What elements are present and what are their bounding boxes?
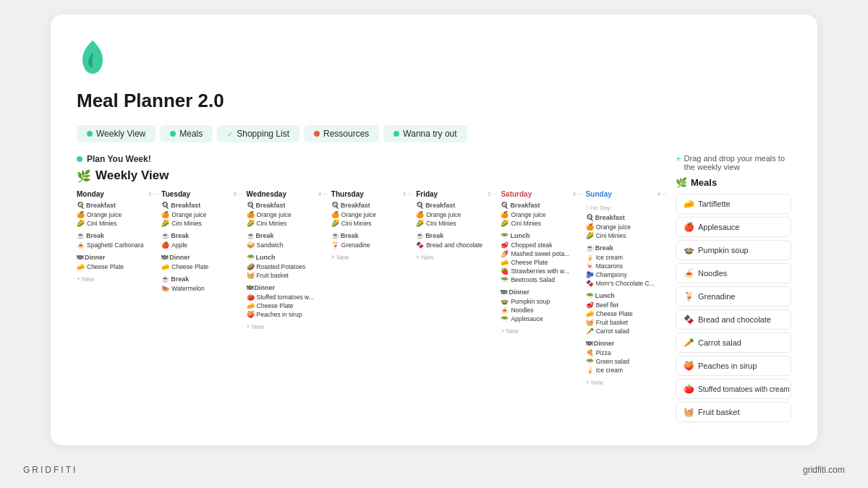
tab-weekly-label: Weekly View [96,129,145,139]
meal-label: 🍽 Dinner [586,340,667,347]
tab-wanna[interactable]: Wanna try out [383,125,467,142]
meal-label: 🍽 Dinner [247,284,328,291]
meal-group: 🍳 Breakfast 🍊Orange juice 🌽Cini Minies [77,202,158,228]
tab-meals-dot [170,131,176,137]
tab-meals[interactable]: Meals [160,125,213,142]
list-item[interactable]: 🍎 Applesauce [676,217,791,237]
meal-item: 🌽Cini Minies [586,231,667,240]
list-item[interactable]: 🍲 Pumpkin soup [676,240,791,260]
meal-item: 🥗Green salad [586,357,667,366]
list-item[interactable]: 🍝 Noodles [676,263,791,283]
list-item[interactable]: 🧺 Fruit basket [676,402,791,422]
meal-list-text: Fruit basket [698,408,739,416]
weekly-icon: 🌿 [77,169,91,183]
main-card: Meal Planner 2.0 Weekly View Meals ✓ Sho… [51,14,817,445]
day-name-monday: Monday [77,190,104,198]
new-btn-thursday[interactable]: + New [331,254,412,261]
logo [77,38,791,90]
meal-group: 🥗 Lunch 🥩Beef flet 🧀Cheese Plate 🧺Fruit … [586,292,667,335]
meal-list-text: Peaches in sirup [698,361,757,370]
meal-item: 🍎Apple [161,241,242,249]
list-item[interactable]: 🧀 Tartiflette [676,194,791,214]
meal-list-text: Tartiflette [698,200,731,208]
meal-group: ☕ Break 🍉Watermelon [161,275,242,293]
meal-label: 🍳 Breakfast [501,202,582,209]
meal-group: ☕ Break 🍫Bread and chocolate [416,232,497,249]
new-btn-saturday[interactable]: + New [501,328,582,335]
hidden-col: □ No Day [586,202,667,214]
meal-list-emoji: 🧀 [684,199,694,209]
tab-resources[interactable]: Ressources [304,125,379,142]
meal-item: 🌽Cini Minies [331,219,412,228]
day-header-wednesday: Wednesday 4 ··· [247,190,328,198]
list-item[interactable]: 🥕 Carrot salad [676,333,791,353]
meal-item: 🧀Cheese Plate [586,309,667,318]
sidebar-drag-text: + Drag and drop your meals to the weekly… [676,154,791,171]
meal-item: 🧀Cheese Plate [161,262,242,271]
day-header-right-monday: 2 ··· [148,191,158,197]
meal-list-emoji: 🧺 [684,407,694,417]
meal-item: 🍑Peaches in sirup [247,310,328,319]
new-btn-sunday[interactable]: + New [586,379,667,386]
day-col-wednesday: Wednesday 4 ··· 🍳 Breakfast 🍊Orange juic… [247,190,328,386]
meal-list-text: Stuffed tomatoes with cream che... [698,385,791,393]
new-btn-wednesday[interactable]: + New [247,323,328,330]
meal-item: 🍝Spaghetti Carbonara [77,241,158,249]
tab-wanna-dot [393,131,399,137]
meal-list-text: Pumpkin soup [698,246,749,254]
meal-group: ☕ Break 🍹Grenadine [331,232,412,249]
meal-item: 🌽Cini Minies [77,219,158,228]
new-btn-monday[interactable]: + New [77,275,158,283]
meal-list-emoji: 🍑 [684,361,694,371]
new-btn-friday[interactable]: + New [416,254,497,261]
list-item[interactable]: 🍫 Bread and chocolate [676,309,791,330]
meal-item: 🧺Fruit basket [247,271,328,280]
day-header-sunday: Sunday 4 ··· [586,190,667,198]
meal-item: 🥪Sandwich [247,241,328,249]
meal-item: 🍉Watermelon [161,284,242,293]
meals-title-emoji: 🌿 [676,177,687,188]
day-col-monday: Monday 2 ··· 🍳 Breakfast 🍊Orange j [77,190,158,386]
meal-group: 🥗 Lunch 🥩Chopped steak 🍠Mashed sweet pot… [501,232,582,284]
meal-group: 🥗 Lunch 🥔Roasted Potatoes 🧺Fruit basket [247,254,328,280]
meal-list-text: Applesauce [698,223,740,231]
day-header-thursday: Thursday 1 ··· [331,190,412,198]
app-title: Meal Planner 2.0 [77,90,791,112]
day-col-thursday: Thursday 1 ··· 🍳 Breakfast 🍊Orange juice… [331,190,412,386]
weekly-view-title: 🌿 Weekly View [77,168,667,183]
meal-list-emoji: 🍝 [684,268,694,278]
tab-weekly[interactable]: Weekly View [77,125,156,142]
calendar-grid: Monday 2 ··· 🍳 Breakfast 🍊Orange j [77,190,667,386]
meal-item: 🍊Orange juice [416,210,497,219]
meal-item: 🥩Beef flet [586,301,667,309]
right-sidebar: + Drag and drop your meals to the weekly… [676,154,791,425]
day-name-wednesday: Wednesday [247,190,286,198]
meal-group: ☕ Break 🥪Sandwich [247,232,328,249]
meal-list-emoji: 🍎 [684,222,694,232]
meal-label: ☕ Break [247,232,328,239]
meal-group: 🍳 Breakfast 🍊Orange juice 🌽Cini Minies [501,202,582,228]
sidebar-header-text: Drag and drop your meals to the weekly v… [684,154,791,171]
list-item[interactable]: 🍅 Stuffed tomatoes with cream che... [676,379,791,399]
meal-item: 🍕Pizza [586,348,667,357]
add-icon: + [676,154,681,163]
tab-resources-dot [314,131,320,137]
meal-label: 🍽 Dinner [77,254,158,261]
meal-item: 🥗Beetroots Salad [501,275,582,284]
meal-item: 🍝Noodles [501,306,582,314]
day-name-tuesday: Tuesday [161,190,190,198]
meal-item: 🧀Cheese Plate [77,262,158,271]
page-wrapper: Meal Planner 2.0 Weekly View Meals ✓ Sho… [0,0,868,488]
meal-list-emoji: 🍫 [684,314,694,325]
list-item[interactable]: 🍹 Grenadine [676,286,791,307]
meal-list-emoji: 🍲 [684,245,694,255]
list-item[interactable]: 🍑 Peaches in sirup [676,356,791,376]
meal-list-emoji: 🍅 [684,384,694,394]
meals-title-text: Meals [691,177,717,188]
meal-item: 🌽Cini Minies [416,219,497,228]
tab-shopping[interactable]: ✓ Shopping List [217,125,299,142]
meal-item: 🍓Strawberries with w... [501,267,582,275]
tab-weekly-dot [87,131,93,137]
day-col-tuesday: Tuesday 3 ··· 🍳 Breakfast 🍊Orange juice … [161,190,242,386]
meal-list-text: Carrot salad [698,338,741,347]
